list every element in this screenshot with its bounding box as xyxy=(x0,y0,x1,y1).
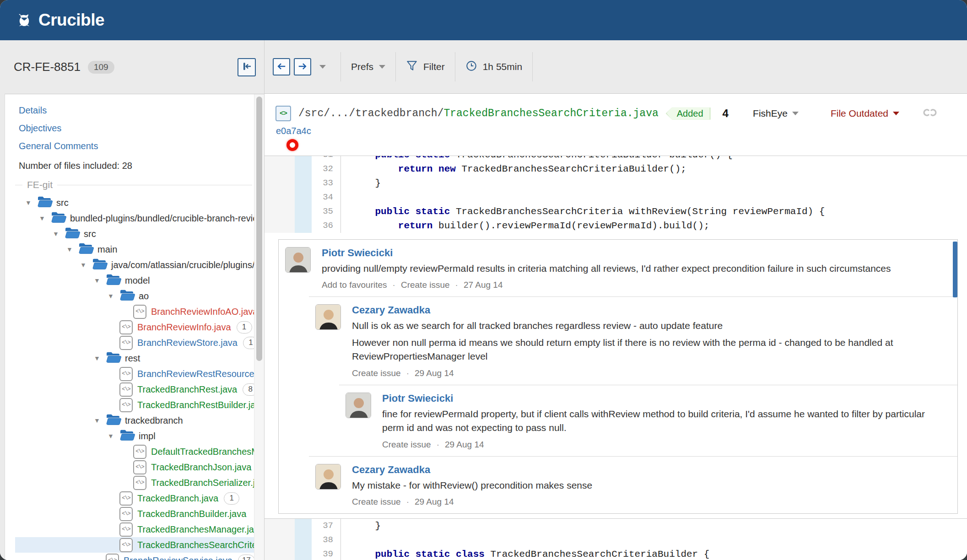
tree-item-src[interactable]: ▼src xyxy=(15,226,264,242)
code-line[interactable]: 31 public static TrackedBranchesSearchCr… xyxy=(265,156,967,162)
line-number[interactable]: 34 xyxy=(312,190,341,205)
comment-gutter[interactable] xyxy=(265,533,295,547)
tree-item-branchreviewinfoao-java[interactable]: <\>BranchReviewInfoAO.java xyxy=(15,304,264,319)
comment-action-add-to-favourites[interactable]: Add to favourites xyxy=(322,280,387,290)
line-number[interactable]: 31 xyxy=(312,156,341,162)
tree-item-branchreviewinfo-java[interactable]: <\>BranchReviewInfo.java1 xyxy=(15,319,264,335)
line-number[interactable]: 36 xyxy=(312,219,341,233)
tree-item-main[interactable]: ▼main xyxy=(15,242,264,257)
tree-item-trackedbranchesmanager-java[interactable]: <\>TrackedBranchesManager.java xyxy=(15,522,264,537)
code-line[interactable]: 37 } xyxy=(265,519,967,533)
comment-gutter[interactable] xyxy=(265,156,295,162)
comment-scrollbar-thumb[interactable] xyxy=(953,242,957,297)
tree-expander-icon[interactable]: ▼ xyxy=(94,355,106,362)
collapse-sidebar-button[interactable] xyxy=(238,58,256,76)
file-nav-dropdown-caret[interactable] xyxy=(319,65,326,69)
comment-action-create-issue[interactable]: Create issue xyxy=(382,440,431,450)
revision-link[interactable]: e0a7a4c xyxy=(276,126,311,136)
next-file-button[interactable] xyxy=(294,58,311,75)
line-number[interactable]: 35 xyxy=(312,205,341,219)
comment-gutter[interactable] xyxy=(265,190,295,205)
comment-author-link[interactable]: Cezary Zawadka xyxy=(352,304,430,316)
sidebar-scrollbar-thumb[interactable] xyxy=(256,97,262,361)
comment-action-create-issue[interactable]: Create issue xyxy=(401,280,450,290)
tree-item-trackedbranchrest-java[interactable]: <\>TrackedBranchRest.java8 xyxy=(15,382,264,397)
tree-item-src[interactable]: ▼src xyxy=(15,195,264,210)
tree-expander-icon[interactable]: ▼ xyxy=(108,292,119,300)
code-line[interactable]: 33 } xyxy=(265,176,967,190)
tree-expander-icon[interactable]: ▼ xyxy=(66,246,78,253)
comment-gutter[interactable] xyxy=(265,219,295,233)
tree-item-model[interactable]: ▼model xyxy=(15,273,264,288)
previous-file-button[interactable] xyxy=(273,58,290,75)
code-line[interactable]: 34 xyxy=(265,190,967,205)
code-line[interactable]: 36 return builder().reviewPermaId(review… xyxy=(265,219,967,233)
code-block-top: 31 public static TrackedBranchesSearchCr… xyxy=(265,156,967,233)
tree-item-branchreviewstore-java[interactable]: <\>BranchReviewStore.java1 xyxy=(15,335,264,350)
tree-expander-icon[interactable]: ▼ xyxy=(108,432,119,440)
filter-menu[interactable]: Filter xyxy=(406,60,445,74)
folder-open-icon xyxy=(37,196,53,210)
sidebar-link-objectives[interactable]: Objectives xyxy=(19,123,264,134)
tree-item-ao[interactable]: ▼ao xyxy=(15,288,264,304)
tree-item-trackedbranchessearchcriteria-java[interactable]: <\>TrackedBranchesSearchCriteria.java xyxy=(15,537,264,553)
fisheye-dropdown[interactable]: FishEye xyxy=(753,108,799,119)
tree-item-label: main xyxy=(97,244,117,255)
comment-action-create-issue[interactable]: Create issue xyxy=(352,368,401,378)
tree-item-branchreviewservice-java[interactable]: <\>BranchReviewService.java17 xyxy=(15,553,264,560)
line-number[interactable]: 39 xyxy=(312,547,341,560)
comment-action-create-issue[interactable]: Create issue xyxy=(352,497,401,507)
comment-gutter[interactable] xyxy=(265,162,295,176)
tree-item-trackedbranchrestbuilder-java[interactable]: <\>TrackedBranchRestBuilder.java xyxy=(15,397,264,413)
revision-marker-icon[interactable] xyxy=(286,139,298,151)
file-path[interactable]: /src/.../trackedbranch/TrackedBranchesSe… xyxy=(298,108,659,119)
comment-count-badge: 1 xyxy=(224,492,239,505)
line-number[interactable]: 37 xyxy=(312,519,341,533)
line-number[interactable]: 32 xyxy=(312,162,341,176)
comment-gutter[interactable] xyxy=(265,176,295,190)
review-timer[interactable]: 1h 55min xyxy=(465,60,522,74)
tree-item-trackedbranch[interactable]: ▼trackedbranch xyxy=(15,413,264,428)
sidebar-scrollbar[interactable] xyxy=(254,94,264,560)
code-line[interactable]: 35 public static TrackedBranchesSearchCr… xyxy=(265,205,967,219)
file-tree-panel: Details Objectives General Comments Numb… xyxy=(5,94,264,560)
comment-author-link[interactable]: Piotr Swiecicki xyxy=(322,247,393,259)
comment-gutter[interactable] xyxy=(265,547,295,560)
tree-item-defaulttrackedbranchesmanager-java[interactable]: <\>DefaultTrackedBranchesManager.java xyxy=(15,444,264,459)
file-outdated-dropdown[interactable]: File Outdated xyxy=(831,108,899,119)
tree-expander-icon[interactable]: ▼ xyxy=(94,417,106,424)
comment-item: Piotr Swiecickiproviding null/empty revi… xyxy=(279,240,957,296)
tree-item-trackedbranch-java[interactable]: <\>TrackedBranch.java1 xyxy=(15,490,264,506)
prefs-menu[interactable]: Prefs xyxy=(351,61,385,72)
added-lines-gutter xyxy=(295,219,312,233)
line-number[interactable]: 38 xyxy=(312,533,341,547)
unlink-icon[interactable] xyxy=(923,107,937,120)
tree-expander-icon[interactable]: ▼ xyxy=(25,199,37,206)
tree-item-label: TrackedBranchRest.java xyxy=(137,384,237,395)
tree-item-rest[interactable]: ▼rest xyxy=(15,350,264,366)
comment-gutter[interactable] xyxy=(265,205,295,219)
tree-item-trackedbranchserializer-java[interactable]: <\>TrackedBranchSerializer.java xyxy=(15,475,264,490)
comment-author-link[interactable]: Piotr Swiecicki xyxy=(382,393,453,404)
tree-expander-icon[interactable]: ▼ xyxy=(80,261,92,269)
line-number[interactable]: 33 xyxy=(312,176,341,190)
tree-item-trackedbranchjson-java[interactable]: <\>TrackedBranchJson.java xyxy=(15,459,264,475)
tree-expander-icon[interactable]: ▼ xyxy=(39,215,51,222)
code-line[interactable]: 38 xyxy=(265,533,967,547)
comment-author-link[interactable]: Cezary Zawadka xyxy=(352,464,430,476)
tree-item-java-com-atlassian-crucible-plugins-branchreview[interactable]: ▼java/com/atlassian/crucible/plugins/bra… xyxy=(15,257,264,273)
tree-item-trackedbranchbuilder-java[interactable]: <\>TrackedBranchBuilder.java xyxy=(15,506,264,522)
folder-open-icon xyxy=(119,429,135,443)
code-line[interactable]: 39 public static class TrackedBranchesSe… xyxy=(265,547,967,560)
comment-date: 27 Aug 14 xyxy=(464,280,503,290)
tree-item-bundled-plugins-bundled-crucible-branch-review[interactable]: ▼bundled-plugins/bundled/crucible-branch… xyxy=(15,210,264,226)
code-line[interactable]: 32 return new TrackedBranchesSearchCrite… xyxy=(265,162,967,176)
sidebar-link-general-comments[interactable]: General Comments xyxy=(19,141,264,151)
tree-item-branchreviewrestresource-java[interactable]: <\>BranchReviewRestResource.java xyxy=(15,366,264,382)
tree-expander-icon[interactable]: ▼ xyxy=(94,277,106,284)
crucible-logo[interactable]: Crucible xyxy=(15,11,104,30)
comment-gutter[interactable] xyxy=(265,519,295,533)
tree-expander-icon[interactable]: ▼ xyxy=(53,230,65,237)
sidebar-link-details[interactable]: Details xyxy=(19,105,264,116)
tree-item-impl[interactable]: ▼impl xyxy=(15,428,264,444)
